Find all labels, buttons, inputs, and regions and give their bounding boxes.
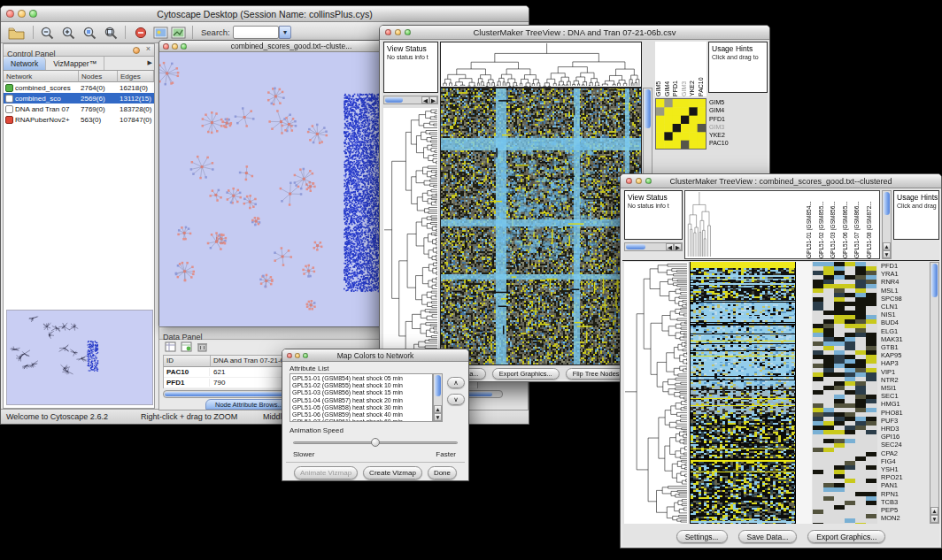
expression-heatmap-canvas[interactable] — [690, 262, 795, 524]
minimize-button[interactable] — [636, 178, 642, 184]
gene-label[interactable]: MON2 — [881, 514, 929, 522]
scroll-down-icon[interactable]: ▼ — [930, 515, 938, 523]
row-dendrogram-canvas[interactable] — [624, 262, 688, 524]
slider-thumb[interactable] — [371, 438, 380, 447]
scroll-up-icon[interactable]: ▲ — [930, 507, 938, 515]
column-dendrogram-canvas[interactable] — [684, 190, 807, 259]
gene-label[interactable]: YSH1 — [881, 465, 929, 473]
row-dendrogram-canvas[interactable] — [383, 108, 438, 364]
scrollbar-thumb[interactable] — [645, 89, 651, 128]
similarity-matrix-canvas[interactable] — [655, 98, 706, 150]
zoom-in-icon[interactable] — [61, 26, 76, 41]
vertical-scrollbar[interactable]: ▲ ▼ — [882, 190, 892, 259]
attribute-delete-icon[interactable] — [197, 341, 208, 352]
zoom-selected-icon[interactable] — [82, 26, 97, 41]
network-overview-thumbnail[interactable] — [6, 310, 153, 405]
selected-heatmap-canvas[interactable] — [813, 262, 877, 524]
open-session-icon[interactable] — [8, 26, 25, 40]
gene-label[interactable]: SPC98 — [881, 295, 929, 303]
gene-label[interactable]: HAP3 — [881, 359, 929, 367]
animation-speed-slider[interactable] — [293, 438, 458, 447]
horizontal-scrollbar[interactable]: ◀ ▶ — [624, 242, 683, 251]
treeview-button[interactable]: Export Graphics... — [492, 368, 560, 380]
attribute-item[interactable]: GPL51-07 (GSM861) heat shock 60 min — [292, 418, 432, 422]
search-dropdown-button[interactable]: ▾ — [279, 26, 291, 39]
gene-label[interactable]: PHO81 — [881, 409, 929, 417]
treeview-button[interactable]: Settings... — [676, 530, 728, 543]
snapshot-icon[interactable] — [153, 26, 168, 40]
scrollbar-thumb[interactable] — [931, 264, 938, 297]
title-bar[interactable]: Cytoscape Desktop (Session Name: collins… — [1, 6, 529, 22]
dialog-button[interactable]: Create Vizmap — [363, 466, 422, 479]
search-input[interactable] — [233, 26, 279, 39]
gene-label[interactable]: CLN1 — [881, 303, 929, 311]
attribute-item[interactable]: GPL51-03 (GSM856) heat shock 15 min — [292, 389, 432, 396]
gene-label[interactable]: MSL1 — [881, 287, 929, 295]
gene-label[interactable]: NTR2 — [881, 376, 929, 384]
attribute-item[interactable]: GPL51-02 (GSM855) heat shock 10 min — [292, 382, 432, 389]
gene-label[interactable]: SEC1 — [881, 392, 929, 400]
minimize-button[interactable] — [295, 353, 300, 358]
network-row[interactable]: RNAPuberNov2+ 563(0) 107847(0) — [4, 114, 154, 125]
scroll-up-icon[interactable]: ▲ — [883, 242, 891, 250]
gene-list-scrollbar[interactable]: ▲ ▼ — [930, 262, 939, 524]
scrollbar-thumb[interactable] — [884, 192, 890, 215]
scroll-left-icon[interactable]: ◀ — [421, 96, 429, 104]
move-down-button[interactable]: ∨ — [447, 394, 465, 405]
zoom-button[interactable] — [29, 10, 37, 18]
scroll-up-icon[interactable]: ▲ — [434, 405, 442, 413]
gene-label[interactable]: MAK31 — [881, 335, 929, 343]
scrollbar-thumb[interactable] — [626, 244, 645, 249]
minimize-button[interactable] — [172, 43, 178, 50]
attribute-select-icon[interactable] — [165, 341, 176, 352]
attribute-item[interactable]: GPL51-06 (GSM859) heat shock 40 min — [292, 411, 432, 418]
dialog-button[interactable]: Done — [428, 466, 457, 479]
attribute-item[interactable]: GPL51-04 (GSM857) heat shock 20 min — [292, 397, 432, 404]
treeview-button[interactable]: Export Graphics... — [807, 530, 885, 543]
attribute-list-scrollbar[interactable]: ▲ ▼ — [433, 373, 443, 422]
tab-vizmapper[interactable]: VizMapper™ — [46, 57, 104, 70]
gene-label[interactable]: HMG1 — [881, 400, 929, 408]
scroll-down-icon[interactable]: ▼ — [434, 413, 442, 421]
treeview-button[interactable]: Flip Tree Nodes — [566, 368, 627, 380]
close-button[interactable] — [6, 10, 14, 18]
gene-label[interactable]: PFD1 — [881, 262, 929, 270]
column-header-id[interactable]: ID — [164, 356, 211, 367]
gene-label[interactable]: FIG4 — [881, 457, 929, 465]
gene-label[interactable]: VIP1 — [881, 368, 929, 376]
gene-label[interactable]: NIS1 — [881, 311, 929, 318]
horizontal-scrollbar[interactable]: ◀ ▶ — [383, 96, 438, 104]
scroll-right-icon[interactable]: ▶ — [674, 243, 682, 250]
network-row[interactable]: DNA and Tran 07 7769(0) 183728(0) — [4, 104, 154, 114]
gene-label[interactable]: YRA1 — [881, 270, 929, 278]
network-row[interactable]: combined_sco 2569(6) 13112(15) — [4, 93, 154, 104]
zoom-button[interactable] — [405, 29, 411, 35]
scrollbar-thumb[interactable] — [385, 97, 403, 103]
attribute-create-icon[interactable] — [181, 341, 192, 352]
close-button[interactable] — [163, 43, 169, 50]
attribute-list[interactable]: GPL51-01 (GSM854) heat shock 05 minGPL51… — [290, 373, 433, 422]
column-dendrogram-canvas[interactable] — [440, 42, 642, 88]
column-header-network[interactable]: Network — [4, 71, 79, 82]
tab-overflow-button[interactable]: ▶ — [148, 59, 152, 66]
attribute-item[interactable]: GPL51-05 (GSM858) heat shock 30 min — [292, 404, 432, 411]
treeview-button[interactable]: Save Data... — [738, 530, 798, 543]
close-panel-icon[interactable]: × — [146, 44, 151, 53]
close-button[interactable] — [626, 178, 632, 184]
scrollbar-thumb[interactable] — [435, 375, 441, 396]
gene-label[interactable]: RPO21 — [881, 473, 929, 481]
attribute-item[interactable]: GPL51-01 (GSM854) heat shock 05 min — [292, 375, 432, 382]
close-button[interactable] — [385, 29, 391, 35]
zoom-button[interactable] — [181, 43, 187, 50]
gene-label[interactable]: PAN1 — [881, 481, 929, 489]
network-row[interactable]: combined_scores 2764(0) 16218(0) — [4, 82, 154, 93]
column-header-nodes[interactable]: Nodes — [79, 71, 118, 82]
gene-label[interactable]: GPI16 — [881, 433, 929, 441]
float-panel-icon[interactable] — [133, 47, 140, 54]
zoom-button[interactable] — [303, 353, 308, 358]
gene-label[interactable]: BUD4 — [881, 318, 929, 326]
zoom-fit-icon[interactable] — [104, 26, 119, 41]
destroy-network-icon[interactable] — [134, 26, 148, 40]
network-view-canvas[interactable] — [159, 52, 395, 326]
minimize-button[interactable] — [18, 10, 26, 18]
